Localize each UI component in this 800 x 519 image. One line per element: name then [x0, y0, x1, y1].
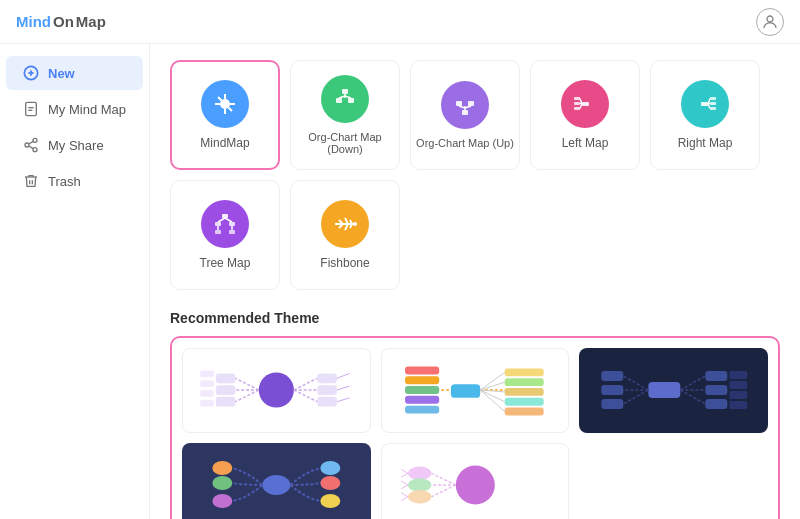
file-icon [22, 100, 40, 118]
svg-rect-104 [602, 371, 624, 381]
svg-point-62 [259, 372, 294, 407]
svg-rect-26 [456, 101, 462, 106]
svg-line-23 [339, 96, 345, 98]
svg-rect-19 [342, 89, 348, 94]
svg-point-123 [320, 494, 340, 508]
svg-rect-92 [504, 388, 543, 396]
share-icon [22, 136, 40, 154]
svg-point-121 [320, 461, 340, 475]
svg-rect-27 [468, 101, 474, 106]
svg-line-30 [465, 106, 471, 108]
avatar[interactable] [756, 8, 784, 36]
svg-line-101 [624, 376, 649, 390]
map-type-grid: MindMap Org-Chart Map (Down) [170, 60, 780, 290]
svg-line-24 [345, 96, 351, 98]
svg-line-50 [218, 218, 225, 222]
svg-point-0 [767, 16, 773, 22]
svg-point-119 [212, 476, 232, 490]
svg-line-133 [401, 481, 408, 485]
svg-point-9 [33, 148, 37, 152]
sidebar-item-my-mind-map[interactable]: My Mind Map [6, 92, 143, 126]
svg-line-73 [294, 378, 317, 390]
svg-rect-49 [229, 230, 235, 234]
svg-line-80 [337, 386, 350, 390]
main-layout: New My Mind Map My Share Trash [0, 44, 800, 519]
svg-line-136 [401, 497, 408, 501]
sidebar-item-trash[interactable]: Trash [6, 164, 143, 198]
svg-rect-91 [504, 378, 543, 386]
theme-card-colorful[interactable] [381, 348, 570, 433]
svg-rect-110 [706, 371, 728, 381]
svg-line-125 [431, 473, 455, 485]
org-up-icon [441, 81, 489, 129]
sidebar-item-new[interactable]: New [6, 56, 143, 90]
svg-rect-20 [336, 98, 342, 103]
theme-card-dark-blue[interactable] [579, 348, 768, 433]
map-card-org-down[interactable]: Org-Chart Map (Down) [290, 60, 400, 170]
svg-line-81 [337, 398, 350, 402]
svg-rect-76 [317, 373, 337, 383]
map-card-org-up[interactable]: Org-Chart Map (Up) [410, 60, 520, 170]
svg-line-17 [218, 97, 222, 101]
svg-point-129 [408, 478, 431, 492]
svg-rect-34 [574, 107, 580, 110]
svg-line-109 [681, 390, 706, 404]
svg-point-120 [212, 494, 232, 508]
svg-rect-113 [730, 371, 748, 379]
svg-rect-40 [710, 102, 716, 105]
plus-icon [22, 64, 40, 82]
svg-line-29 [459, 106, 465, 108]
svg-point-117 [262, 475, 290, 495]
svg-line-79 [337, 373, 350, 378]
trash-icon [22, 172, 40, 190]
svg-point-128 [408, 466, 431, 480]
theme-card-dark-purple[interactable] [182, 443, 371, 519]
svg-rect-4 [26, 102, 37, 115]
svg-line-96 [480, 382, 504, 390]
theme-grid [170, 336, 780, 519]
svg-line-95 [480, 372, 504, 390]
svg-rect-116 [730, 401, 748, 409]
svg-point-7 [33, 138, 37, 142]
svg-point-130 [408, 490, 431, 504]
svg-point-122 [320, 476, 340, 490]
org-down-label: Org-Chart Map (Down) [291, 131, 399, 155]
svg-rect-71 [200, 390, 214, 397]
sidebar-label-trash: Trash [48, 174, 81, 189]
map-card-fishbone[interactable]: Fishbone [290, 180, 400, 290]
right-map-label: Right Map [678, 136, 733, 150]
svg-point-61 [353, 222, 357, 226]
svg-line-51 [225, 218, 232, 222]
svg-rect-112 [706, 399, 728, 409]
map-card-left[interactable]: Left Map [530, 60, 640, 170]
recommended-theme-title: Recommended Theme [170, 310, 780, 326]
svg-rect-68 [216, 397, 236, 407]
recommended-theme-section: Recommended Theme [170, 310, 780, 519]
svg-rect-105 [602, 385, 624, 395]
sidebar-label-my-share: My Share [48, 138, 104, 153]
theme-card-light-purple[interactable] [182, 348, 371, 433]
svg-rect-41 [710, 107, 716, 110]
svg-rect-31 [582, 102, 589, 106]
sidebar-label-new: New [48, 66, 75, 81]
sidebar-item-my-share[interactable]: My Share [6, 128, 143, 162]
svg-rect-115 [730, 391, 748, 399]
svg-line-11 [29, 141, 34, 144]
svg-rect-67 [216, 385, 236, 395]
mindmap-label: MindMap [200, 136, 249, 150]
svg-rect-47 [229, 222, 235, 226]
map-card-right[interactable]: Right Map [650, 60, 760, 170]
svg-line-63 [235, 378, 258, 390]
logo-on: On [53, 13, 74, 30]
svg-rect-39 [710, 97, 716, 100]
svg-rect-33 [574, 102, 580, 105]
theme-card-light-round[interactable] [381, 443, 570, 519]
svg-rect-106 [602, 399, 624, 409]
svg-line-107 [681, 376, 706, 390]
sidebar: New My Mind Map My Share Trash [0, 44, 150, 519]
svg-point-124 [455, 465, 494, 504]
svg-line-75 [294, 390, 317, 402]
map-card-tree[interactable]: Tree Map [170, 180, 280, 290]
map-card-mindmap[interactable]: MindMap [170, 60, 280, 170]
svg-line-103 [624, 390, 649, 404]
